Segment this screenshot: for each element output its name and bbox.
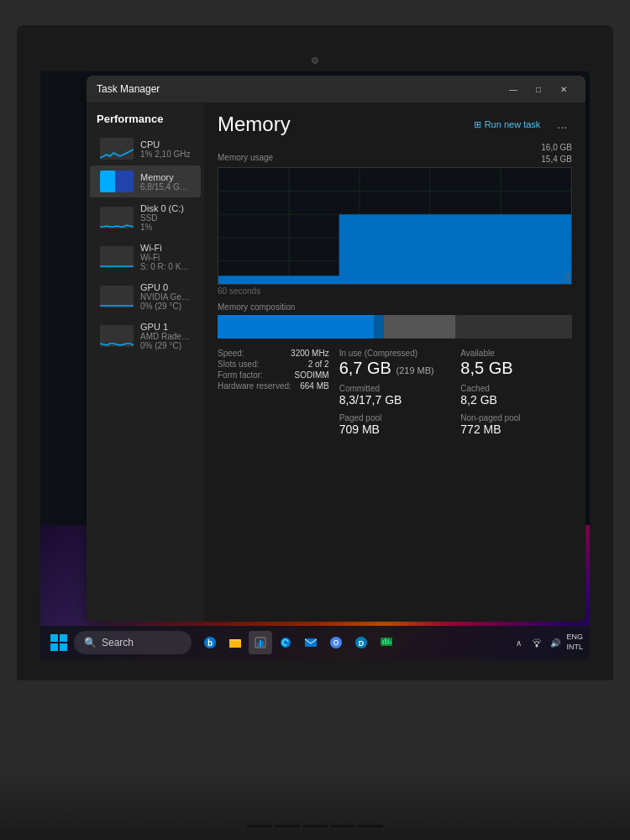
- gpu0-name: GPU 0: [140, 282, 191, 292]
- screen: Task Manager — □ ✕ Performance: [40, 71, 590, 659]
- stat-available: Available 8,5 GB: [460, 349, 572, 377]
- gpu0-info: GPU 0 NVIDIA GeForce RTX... 0% (29 °C): [140, 282, 191, 311]
- stat-committed: Committed 8,3/17,7 GB: [339, 384, 451, 407]
- speed-row: Speed: 3200 MHz: [218, 349, 329, 358]
- comp-modified: [374, 315, 385, 339]
- disk-name: Disk 0 (C:): [140, 203, 191, 213]
- chart-zero-label: 0: [564, 273, 570, 282]
- task-manager-window: Task Manager — □ ✕ Performance: [87, 76, 585, 622]
- taskbar-app-explorer[interactable]: [223, 631, 247, 654]
- run-new-task-button[interactable]: ⊞ Run new task: [469, 116, 546, 134]
- stat-paged: Paged pool 709 MB: [339, 413, 451, 436]
- tray-network[interactable]: [529, 635, 544, 650]
- screen-bezel: Task Manager — □ ✕ Performance: [17, 25, 613, 680]
- form-label: Form factor:: [218, 370, 263, 380]
- wifi-sub: S: 0 R: 0 Kbps: [140, 262, 191, 271]
- taskbar-search[interactable]: 🔍 Search: [74, 631, 192, 654]
- memory-title: Memory: [218, 113, 291, 136]
- webcam: [312, 57, 318, 64]
- tray-speaker[interactable]: 🔊: [548, 635, 563, 650]
- tm-content: Memory ⊞ Run new task ... Memo: [204, 102, 585, 622]
- composition-bar: [218, 315, 572, 339]
- available-value: 8,5 GB: [460, 359, 572, 377]
- system-tray: ∧ 🔊 ENGINTL: [511, 633, 583, 652]
- stats-grid: In use (Compressed) 6,7 GB (219 MB) Avai…: [218, 349, 572, 437]
- tray-language: ENGINTL: [566, 633, 583, 652]
- wifi-name: Wi-Fi: [140, 243, 191, 253]
- svg-rect-9: [50, 634, 58, 642]
- comp-standby: [384, 315, 454, 339]
- disk-info: Disk 0 (C:) SSD 1%: [140, 203, 191, 232]
- run-task-icon: ⊞: [474, 119, 481, 130]
- vent-slot-1: [247, 825, 272, 827]
- stat-in-use: In use (Compressed) 6,7 GB (219 MB): [339, 349, 451, 377]
- memory-chart: 0: [218, 167, 572, 285]
- svg-text:b: b: [207, 638, 213, 648]
- content-actions: ⊞ Run new task ...: [469, 116, 572, 134]
- memory-usage-label: Memory usage: [218, 153, 273, 162]
- tm-sidebar: Performance CPU 1% 2,10 GHz: [87, 102, 204, 622]
- form-row: Form factor: SODIMM: [218, 370, 329, 380]
- wifi-info: Wi-Fi Wi-Fi S: 0 R: 0 Kbps: [140, 243, 191, 271]
- sidebar-item-gpu1[interactable]: GPU 1 AMD Radeon(TM) Gr... 0% (29 °C): [90, 317, 201, 355]
- taskbar-app-dell[interactable]: D: [349, 631, 373, 654]
- more-options-button[interactable]: ...: [552, 116, 572, 133]
- sidebar-item-gpu0[interactable]: GPU 0 NVIDIA GeForce RTX... 0% (29 °C): [90, 277, 201, 316]
- in-use-gb: 6,7 GB: [339, 359, 391, 377]
- hw-reserved-value: 664 MB: [300, 381, 328, 391]
- sidebar-item-wifi[interactable]: Wi-Fi Wi-Fi S: 0 R: 0 Kbps: [90, 238, 201, 276]
- comp-in-use: [218, 315, 374, 339]
- start-button[interactable]: [47, 631, 71, 654]
- search-label: Search: [102, 637, 134, 648]
- svg-rect-20: [262, 641, 264, 647]
- vent-slot-3: [302, 825, 328, 827]
- paged-label: Paged pool: [339, 413, 451, 423]
- cpu-name: CPU: [140, 139, 191, 150]
- run-task-label: Run new task: [485, 119, 541, 129]
- stat-nonpaged: Non-paged pool 772 MB: [460, 413, 572, 436]
- disk-mini-chart: [100, 207, 134, 228]
- taskbar-app-chrome[interactable]: [324, 631, 348, 654]
- performance-label: Performance: [97, 113, 194, 125]
- window-title: Task Manager: [97, 83, 501, 95]
- taskbar-app-mail[interactable]: [299, 631, 323, 654]
- slots-label: Slots used:: [218, 360, 259, 369]
- laptop-shell: Task Manager — □ ✕ Performance: [0, 0, 630, 840]
- memory-chart-container: 0 60 seconds: [218, 167, 572, 296]
- sidebar-item-memory[interactable]: Memory 6,8/15,4 GB (44%): [90, 165, 201, 197]
- taskbar-app-edge[interactable]: [274, 631, 297, 654]
- close-button[interactable]: ✕: [552, 81, 575, 97]
- svg-rect-19: [260, 640, 261, 647]
- cached-label: Cached: [460, 384, 572, 393]
- cpu-sub: 1% 2,10 GHz: [140, 150, 191, 159]
- sidebar-item-disk[interactable]: Disk 0 (C:) SSD 1%: [90, 198, 201, 237]
- svg-rect-18: [257, 643, 259, 647]
- gpu1-name: GPU 1: [140, 322, 191, 332]
- in-use-compressed: (219 MB): [396, 365, 433, 375]
- cpu-info: CPU 1% 2,10 GHz: [140, 139, 191, 159]
- taskbar-app-monitor[interactable]: [375, 631, 398, 654]
- svg-point-24: [334, 641, 338, 644]
- vent-slot-2: [275, 825, 300, 827]
- svg-point-32: [536, 645, 538, 648]
- vent-slot-5: [358, 825, 383, 827]
- committed-value: 8,3/17,7 GB: [339, 394, 451, 407]
- svg-rect-10: [60, 634, 67, 642]
- vent-slot-4: [330, 825, 355, 827]
- maximize-button[interactable]: □: [527, 81, 550, 97]
- disk-sub: 1%: [140, 223, 191, 232]
- composition-section: Memory composition: [218, 302, 572, 339]
- tray-chevron[interactable]: ∧: [511, 635, 526, 650]
- slots-row: Slots used: 2 of 2: [218, 360, 329, 369]
- laptop-bottom: [0, 773, 630, 840]
- gpu0-sub2: NVIDIA GeForce RTX...: [140, 292, 191, 302]
- taskbar-app-taskmanager[interactable]: [249, 631, 272, 654]
- minimize-button[interactable]: —: [501, 81, 525, 97]
- taskbar-app-bing[interactable]: b: [198, 631, 222, 654]
- gpu1-sub2: AMD Radeon(TM) Gr...: [140, 332, 191, 341]
- chart-time-label: 60 seconds: [218, 286, 572, 296]
- wifi-sub2: Wi-Fi: [140, 253, 191, 262]
- sidebar-item-cpu[interactable]: CPU 1% 2,10 GHz: [90, 133, 201, 165]
- available-label: Available: [460, 349, 572, 358]
- disk-sub2: SSD: [140, 213, 191, 223]
